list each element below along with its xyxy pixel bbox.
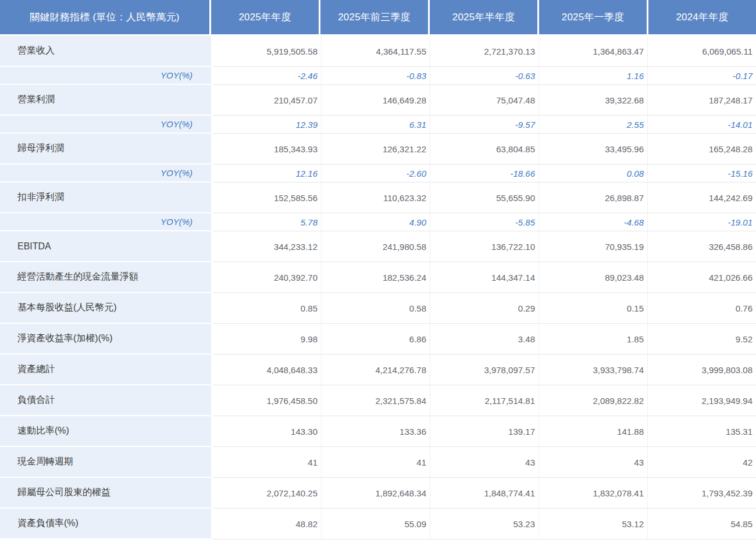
metric-row-label: 基本每股收益(人民幣元) <box>0 293 211 324</box>
header-period-column: 2025年一季度 <box>539 0 648 36</box>
yoy-value-cell: -14.01 <box>648 116 756 134</box>
metric-row-label: 資產總計 <box>0 355 211 385</box>
metric-value-cell: 43 <box>430 447 539 478</box>
metric-value-cell: 3,978,097.57 <box>430 355 539 385</box>
metric-value-cell: 1,976,458.50 <box>211 385 322 416</box>
metric-value-cell: 146,649.28 <box>322 85 430 116</box>
yoy-value-cell: -4.68 <box>539 213 648 231</box>
metric-row-label: 現金周轉週期 <box>0 447 211 478</box>
metric-value-cell: 185,343.93 <box>211 134 322 164</box>
header-period-column: 2024年年度 <box>648 0 756 36</box>
metric-value-cell: 241,980.58 <box>322 231 430 262</box>
metric-value-cell: 136,722.10 <box>430 231 539 262</box>
metric-value-cell: 42 <box>648 447 756 478</box>
yoy-row-label: YOY(%) <box>0 213 211 231</box>
metric-value-cell: 0.29 <box>430 293 539 324</box>
metric-row: 現金周轉週期4141434342 <box>0 447 756 478</box>
yoy-value-cell: -0.83 <box>322 67 430 85</box>
metric-value-cell: 144,347.14 <box>430 262 539 293</box>
yoy-value-cell: -18.66 <box>430 164 539 183</box>
header-period-column: 2025年半年度 <box>430 0 539 36</box>
metric-value-cell: 70,935.19 <box>539 231 648 262</box>
metric-row-label: 歸屬母公司股東的權益 <box>0 478 211 509</box>
metric-value-cell: 141.88 <box>539 416 648 447</box>
yoy-value-cell: 5.78 <box>211 213 322 231</box>
metric-value-cell: 43 <box>539 447 648 478</box>
metric-row: 營業收入5,919,505.584,364,117.552,721,370.13… <box>0 36 756 67</box>
metric-row: 基本每股收益(人民幣元)0.850.580.290.150.76 <box>0 293 756 324</box>
metric-row-label: 負債合計 <box>0 385 211 416</box>
metric-value-cell: 55.09 <box>322 509 430 539</box>
metric-value-cell: 1,364,863.47 <box>539 36 648 67</box>
yoy-row: YOY(%)-2.46-0.83-0.631.16-0.17 <box>0 67 756 85</box>
metric-row-label: 速動比率(%) <box>0 416 211 447</box>
metric-value-cell: 210,457.07 <box>211 85 322 116</box>
metric-value-cell: 41 <box>211 447 322 478</box>
metric-value-cell: 55,655.90 <box>430 183 539 213</box>
yoy-row: YOY(%)12.396.31-9.572.55-14.01 <box>0 116 756 134</box>
metric-value-cell: 9.52 <box>648 324 756 355</box>
metric-row: 資產負債率(%)48.8255.0953.2353.1254.85 <box>0 509 756 539</box>
yoy-value-cell: -0.63 <box>430 67 539 85</box>
metric-value-cell: 0.85 <box>211 293 322 324</box>
yoy-value-cell: -5.85 <box>430 213 539 231</box>
metric-value-cell: 26,898.87 <box>539 183 648 213</box>
yoy-value-cell: -19.01 <box>648 213 756 231</box>
metric-value-cell: 1,793,452.39 <box>648 478 756 509</box>
metric-value-cell: 0.58 <box>322 293 430 324</box>
metric-value-cell: 187,248.17 <box>648 85 756 116</box>
metric-value-cell: 9.98 <box>211 324 322 355</box>
metric-row-label: EBITDA <box>0 231 211 262</box>
metric-value-cell: 75,047.48 <box>430 85 539 116</box>
metric-value-cell: 4,214,276.78 <box>322 355 430 385</box>
metric-value-cell: 6,069,065.11 <box>648 36 756 67</box>
metric-value-cell: 39,322.68 <box>539 85 648 116</box>
metric-value-cell: 33,495.96 <box>539 134 648 164</box>
metric-row: 速動比率(%)143.30133.36139.17141.88135.31 <box>0 416 756 447</box>
yoy-value-cell: -2.46 <box>211 67 322 85</box>
metric-value-cell: 54.85 <box>648 509 756 539</box>
metric-row: 歸母淨利潤185,343.93126,321.2263,804.8533,495… <box>0 134 756 164</box>
metric-value-cell: 0.15 <box>539 293 648 324</box>
yoy-value-cell: 12.16 <box>211 164 322 183</box>
metric-value-cell: 2,072,140.25 <box>211 478 322 509</box>
yoy-row-label: YOY(%) <box>0 67 211 85</box>
metric-value-cell: 3,933,798.74 <box>539 355 648 385</box>
metric-value-cell: 2,117,514.81 <box>430 385 539 416</box>
metric-row-label: 營業利潤 <box>0 85 211 116</box>
yoy-value-cell: 1.16 <box>539 67 648 85</box>
metric-value-cell: 1,832,078.41 <box>539 478 648 509</box>
yoy-value-cell: 12.39 <box>211 116 322 134</box>
metric-row: EBITDA344,233.12241,980.58136,722.1070,9… <box>0 231 756 262</box>
table-body: 營業收入5,919,505.584,364,117.552,721,370.13… <box>0 36 756 539</box>
yoy-value-cell: -9.57 <box>430 116 539 134</box>
metric-row: 資產總計4,048,648.334,214,276.783,978,097.57… <box>0 355 756 385</box>
metric-row-label: 經營活動產生的現金流量淨額 <box>0 262 211 293</box>
metric-value-cell: 240,392.70 <box>211 262 322 293</box>
yoy-value-cell: 2.55 <box>539 116 648 134</box>
metric-value-cell: 182,536.24 <box>322 262 430 293</box>
metric-value-cell: 1,848,774.41 <box>430 478 539 509</box>
metric-value-cell: 110,623.32 <box>322 183 430 213</box>
metric-row: 淨資產收益率(加權)(%)9.986.863.481.859.52 <box>0 324 756 355</box>
metric-value-cell: 63,804.85 <box>430 134 539 164</box>
metric-value-cell: 4,364,117.55 <box>322 36 430 67</box>
metric-row-label: 資產負債率(%) <box>0 509 211 539</box>
metric-value-cell: 3.48 <box>430 324 539 355</box>
metric-value-cell: 5,919,505.58 <box>211 36 322 67</box>
header-metric-unit-label: 關鍵財務指標 (單位：人民幣萬元) <box>0 0 211 36</box>
metric-value-cell: 1,892,648.34 <box>322 478 430 509</box>
header-period-column: 2025年前三季度 <box>320 0 430 36</box>
metric-row: 營業利潤210,457.07146,649.2875,047.4839,322.… <box>0 85 756 116</box>
metric-row-label: 歸母淨利潤 <box>0 134 211 164</box>
header-period-column: 2025年年度 <box>211 0 320 36</box>
metric-value-cell: 421,026.66 <box>648 262 756 293</box>
yoy-row: YOY(%)12.16-2.60-18.660.08-15.16 <box>0 164 756 183</box>
yoy-row-label: YOY(%) <box>0 116 211 134</box>
metric-value-cell: 144,242.69 <box>648 183 756 213</box>
metric-value-cell: 2,721,370.13 <box>430 36 539 67</box>
metric-value-cell: 0.76 <box>648 293 756 324</box>
metric-value-cell: 344,233.12 <box>211 231 322 262</box>
metric-value-cell: 152,585.56 <box>211 183 322 213</box>
yoy-value-cell: 6.31 <box>322 116 430 134</box>
